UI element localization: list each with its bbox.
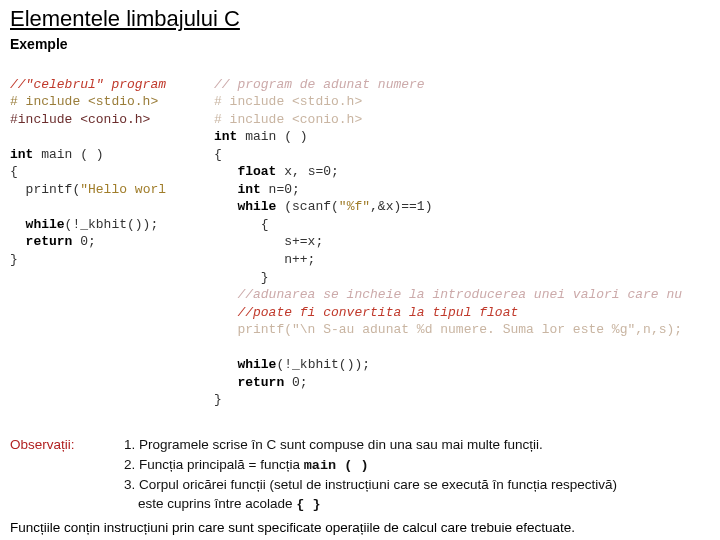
code-line: #include <conio.h> bbox=[10, 112, 150, 127]
observations-block: Observații: 1. Programele scrise în C su… bbox=[10, 436, 710, 537]
code-token: int bbox=[214, 182, 261, 197]
code-line: } bbox=[10, 252, 18, 267]
code-token: ,n,s); bbox=[635, 322, 682, 337]
code-token: main ( ) bbox=[237, 129, 307, 144]
observation-item: 3. Corpul oricărei funcții (setul de ins… bbox=[124, 476, 617, 494]
list-text: Corpul oricărei funcții (setul de instru… bbox=[139, 477, 617, 492]
code-line: { bbox=[10, 164, 18, 179]
code-snippet: { } bbox=[296, 497, 320, 512]
code-line: s+=x; bbox=[214, 234, 323, 249]
list-number: 3. bbox=[124, 477, 135, 492]
code-example-right: // program de adunat numere # include <s… bbox=[214, 58, 710, 426]
code-line: } bbox=[214, 270, 269, 285]
code-token: (!_kbhit()); bbox=[276, 357, 370, 372]
code-token: while bbox=[214, 357, 276, 372]
code-token: while bbox=[10, 217, 65, 232]
code-line: } bbox=[214, 392, 222, 407]
page-title: Elementele limbajului C bbox=[10, 6, 710, 32]
observation-item: 2. Funcția principală = funcția main ( ) bbox=[124, 456, 617, 475]
code-token: printf( bbox=[214, 322, 292, 337]
code-line: n++; bbox=[214, 252, 315, 267]
code-token: while bbox=[214, 199, 276, 214]
list-text: este cuprins între acolade bbox=[138, 496, 296, 511]
code-token: return bbox=[214, 375, 284, 390]
code-examples: //"celebrul" program # include <stdio.h>… bbox=[10, 58, 710, 426]
final-statement: Funcțiile conțin instrucțiuni prin care … bbox=[10, 519, 710, 537]
code-token: "Hello worl bbox=[80, 182, 166, 197]
code-line: # include <stdio.h> bbox=[10, 94, 158, 109]
list-text: Funcția principală = funcția bbox=[139, 457, 304, 472]
code-token: n=0; bbox=[261, 182, 300, 197]
code-example-left: //"celebrul" program # include <stdio.h>… bbox=[10, 58, 210, 426]
code-token: 0; bbox=[284, 375, 307, 390]
code-token: int bbox=[10, 147, 33, 162]
list-number: 1. bbox=[124, 437, 135, 452]
subtitle: Exemple bbox=[10, 36, 710, 52]
code-token: float bbox=[214, 164, 276, 179]
code-snippet: main ( ) bbox=[304, 458, 369, 473]
code-line: { bbox=[214, 217, 269, 232]
code-line: { bbox=[214, 147, 222, 162]
code-line: //"celebrul" program bbox=[10, 77, 166, 92]
list-text: Programele scrise în C sunt compuse din … bbox=[139, 437, 543, 452]
code-token: "\n S-au adunat %d numere. Suma lor este… bbox=[292, 322, 635, 337]
code-line: //adunarea se incheie la introducerea un… bbox=[214, 287, 682, 302]
code-token: (scanf( bbox=[276, 199, 338, 214]
code-token: 0; bbox=[72, 234, 95, 249]
list-number: 2. bbox=[124, 457, 135, 472]
observation-item-cont: este cuprins între acolade { } bbox=[124, 495, 617, 514]
code-token: main ( ) bbox=[33, 147, 103, 162]
observation-item: 1. Programele scrise în C sunt compuse d… bbox=[124, 436, 617, 454]
code-token: int bbox=[214, 129, 237, 144]
code-token: ,&x)==1) bbox=[370, 199, 432, 214]
code-token: return bbox=[10, 234, 72, 249]
code-token: "%f" bbox=[339, 199, 370, 214]
code-line: // program de adunat numere bbox=[214, 77, 425, 92]
code-line: # include <stdio.h> bbox=[214, 94, 362, 109]
code-line: # include <conio.h> bbox=[214, 112, 362, 127]
observations-list: 1. Programele scrise în C sunt compuse d… bbox=[124, 436, 617, 515]
code-line: //poate fi convertita la tipul float bbox=[214, 305, 518, 320]
code-token: (!_kbhit()); bbox=[65, 217, 159, 232]
observations-label: Observații: bbox=[10, 436, 96, 515]
code-token: x, s=0; bbox=[276, 164, 338, 179]
code-token: printf( bbox=[10, 182, 80, 197]
